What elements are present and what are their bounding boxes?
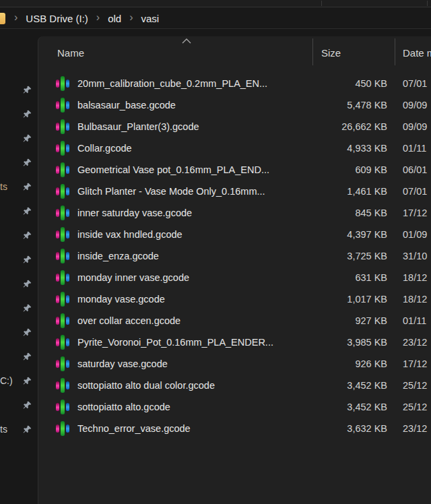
pin-icon bbox=[23, 86, 32, 94]
nav-pinned-item[interactable] bbox=[0, 296, 38, 320]
file-name-cell: over collar accen.gcode bbox=[38, 313, 312, 328]
file-name-cell: saturday vase.gcode bbox=[38, 356, 312, 371]
nav-pinned-item[interactable] bbox=[0, 344, 38, 369]
file-size: 3,452 KB bbox=[312, 402, 387, 412]
gcode-file-icon bbox=[56, 141, 70, 156]
column-resize-handle[interactable] bbox=[395, 38, 395, 65]
gcode-file-icon bbox=[56, 356, 70, 371]
nav-pinned-item[interactable] bbox=[0, 223, 38, 247]
file-row[interactable]: inside_enza.gcode3,725 KB31/10 bbox=[38, 245, 431, 267]
address-bar: › USB Drive (I:) › old › vasi bbox=[0, 8, 431, 29]
file-date-modified: 18/12 bbox=[387, 294, 431, 305]
file-size: 4,397 KB bbox=[312, 229, 387, 240]
nav-pane: tsC:)ts bbox=[0, 30, 38, 504]
command-bar-divider bbox=[321, 1, 322, 6]
gcode-file-icon bbox=[56, 227, 70, 242]
file-name: Bulbasaur_Planter(3).gcode bbox=[77, 121, 199, 132]
file-name: sottopiatto alto.gcode bbox=[77, 402, 170, 412]
breadcrumb-chevron-icon[interactable]: › bbox=[94, 11, 102, 25]
file-name-cell: sottopiatto alto.gcode bbox=[38, 400, 312, 414]
file-row[interactable]: inner saturday vase.gcode845 KB17/12 bbox=[38, 202, 431, 224]
file-name: monday vase.gcode bbox=[77, 294, 165, 305]
gcode-file-icon bbox=[56, 313, 70, 328]
file-row[interactable]: monday inner vase.gcode631 KB18/12 bbox=[38, 267, 431, 288]
nav-pinned-item[interactable] bbox=[0, 320, 38, 344]
file-row[interactable]: sottopiatto alto dual color.gcode3,452 K… bbox=[38, 375, 431, 396]
pin-icon bbox=[23, 425, 32, 434]
file-size: 3,452 KB bbox=[312, 380, 387, 391]
file-row[interactable]: monday vase.gcode1,017 KB18/12 bbox=[38, 288, 431, 310]
command-bar-bottom bbox=[0, 0, 431, 7]
file-size: 26,662 KB bbox=[312, 121, 387, 132]
file-name: Glitch Planter - Vase Mode Only_0.16mm..… bbox=[77, 186, 265, 197]
file-size: 609 KB bbox=[312, 164, 387, 175]
file-row[interactable]: Glitch Planter - Vase Mode Only_0.16mm..… bbox=[38, 181, 431, 202]
file-name: balsasaur_base.gcode bbox=[77, 100, 176, 111]
file-name: Collar.gcode bbox=[77, 143, 132, 154]
file-name-cell: Glitch Planter - Vase Mode Only_0.16mm..… bbox=[38, 184, 312, 199]
pin-icon bbox=[23, 401, 32, 410]
column-resize-handle[interactable] bbox=[312, 38, 313, 65]
breadcrumb-item-drive[interactable]: USB Drive (I:) bbox=[20, 11, 94, 26]
breadcrumb-chevron-icon[interactable]: › bbox=[127, 11, 135, 25]
breadcrumb-item-old[interactable]: old bbox=[102, 11, 127, 26]
file-date-modified: 17/12 bbox=[387, 208, 431, 218]
pin-icon bbox=[23, 110, 32, 119]
nav-pinned-item[interactable] bbox=[0, 272, 38, 296]
folder-icon[interactable] bbox=[0, 13, 5, 24]
nav-pinned-item[interactable] bbox=[0, 126, 38, 150]
gcode-file-icon bbox=[56, 98, 70, 113]
file-size: 5,478 KB bbox=[312, 100, 387, 111]
nav-pinned-item[interactable] bbox=[0, 247, 38, 272]
breadcrumb-chevron-icon[interactable]: › bbox=[12, 11, 20, 25]
nav-pinned-item[interactable]: ts bbox=[0, 175, 38, 199]
file-row[interactable]: 20mm_calibration_cube_0.2mm_PLA_EN...450… bbox=[38, 73, 431, 94]
nav-pinned-item[interactable]: C:) bbox=[0, 369, 38, 393]
file-name: inside vax hndled.gcode bbox=[77, 229, 183, 240]
nav-pinned-item[interactable] bbox=[0, 77, 38, 102]
file-name: Pyrite_Voronoi_Pot_0.16mm_PLA_ENDER... bbox=[77, 337, 273, 348]
column-header-name[interactable]: Name bbox=[57, 47, 84, 59]
column-header-date[interactable]: Date modified bbox=[403, 47, 431, 59]
file-row[interactable]: Bulbasaur_Planter(3).gcode26,662 KB09/09 bbox=[38, 116, 431, 137]
file-name-cell: Pyrite_Voronoi_Pot_0.16mm_PLA_ENDER... bbox=[38, 335, 312, 350]
file-row[interactable]: balsasaur_base.gcode5,478 KB09/09 bbox=[38, 94, 431, 116]
file-row[interactable]: Pyrite_Voronoi_Pot_0.16mm_PLA_ENDER...3,… bbox=[38, 332, 431, 353]
pin-icon bbox=[23, 352, 32, 361]
file-row[interactable]: Techno_error_vase.gcode3,632 KB23/12 bbox=[38, 418, 431, 439]
nav-pinned-item[interactable] bbox=[0, 150, 38, 175]
file-date-modified: 31/10 bbox=[387, 251, 431, 261]
file-row[interactable]: Geometrical Vase pot_0.16mm_PLA_END...60… bbox=[38, 159, 431, 181]
file-row[interactable]: inside vax hndled.gcode4,397 KB01/09 bbox=[38, 224, 431, 245]
nav-pinned-item[interactable] bbox=[0, 393, 38, 417]
file-name-cell: inside_enza.gcode bbox=[38, 249, 312, 263]
file-date-modified: 07/01 bbox=[387, 186, 431, 197]
file-list: 20mm_calibration_cube_0.2mm_PLA_EN...450… bbox=[38, 73, 431, 439]
pin-icon bbox=[23, 183, 32, 191]
command-bar-divider bbox=[427, 1, 428, 6]
file-row[interactable]: Collar.gcode4,933 KB01/11 bbox=[38, 137, 431, 159]
nav-pinned-item[interactable]: ts bbox=[0, 417, 38, 441]
file-name-cell: monday inner vase.gcode bbox=[38, 270, 312, 285]
pin-icon bbox=[23, 134, 32, 143]
nav-item-label: C:) bbox=[0, 375, 13, 386]
nav-pinned-item[interactable] bbox=[0, 199, 38, 223]
file-row[interactable]: saturday vase.gcode926 KB17/12 bbox=[38, 353, 431, 375]
column-header-size[interactable]: Size bbox=[321, 47, 341, 59]
file-name-cell: monday vase.gcode bbox=[38, 292, 312, 307]
gcode-file-icon bbox=[56, 206, 70, 220]
breadcrumb-item-vasi[interactable]: vasi bbox=[135, 11, 166, 26]
pin-icon bbox=[23, 377, 32, 385]
column-header-row: Name Size Date modified bbox=[38, 36, 431, 66]
pin-icon bbox=[23, 328, 32, 337]
file-date-modified: 01/11 bbox=[387, 143, 431, 154]
file-row[interactable]: over collar accen.gcode927 KB01/11 bbox=[38, 310, 431, 332]
pin-icon bbox=[23, 304, 32, 313]
file-name: monday inner vase.gcode bbox=[77, 272, 189, 283]
file-name-cell: Bulbasaur_Planter(3).gcode bbox=[38, 119, 312, 134]
file-name-cell: 20mm_calibration_cube_0.2mm_PLA_EN... bbox=[38, 76, 312, 91]
gcode-file-icon bbox=[56, 421, 70, 436]
nav-pinned-item[interactable] bbox=[0, 102, 38, 126]
file-row[interactable]: sottopiatto alto.gcode3,452 KB25/12 bbox=[38, 396, 431, 418]
file-size: 1,461 KB bbox=[312, 186, 387, 197]
